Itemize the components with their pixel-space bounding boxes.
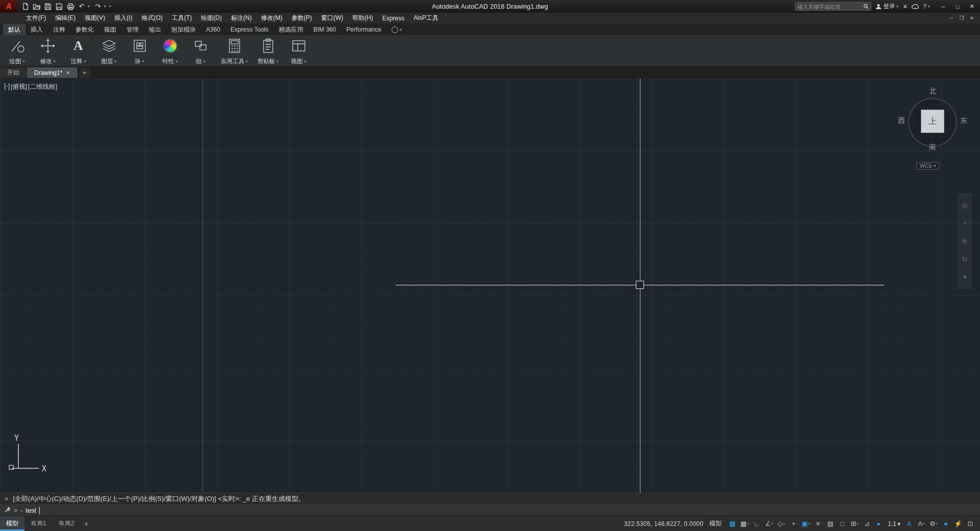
ribbon-tab-manage[interactable]: 管理: [121, 24, 144, 35]
menu-format[interactable]: 格式(O): [137, 13, 167, 24]
ribbon-tab-parametric[interactable]: 参数化: [70, 24, 99, 35]
search-icon[interactable]: [863, 2, 869, 11]
open-folder-icon[interactable]: [32, 2, 42, 12]
ribbon-tab-bim360[interactable]: BIM 360: [308, 24, 342, 35]
menu-edit[interactable]: 编辑(E): [50, 13, 80, 24]
viewcube-south[interactable]: 南: [929, 143, 936, 152]
redo-icon[interactable]: ↷: [93, 2, 103, 12]
ribbon-tab-annotate[interactable]: 注释: [48, 24, 70, 35]
workspace-gear-icon[interactable]: ⚙▾: [928, 518, 939, 530]
navigation-wheel-icon[interactable]: ◎: [962, 201, 967, 209]
ribbon-display-options[interactable]: ▾: [392, 24, 402, 35]
viewport-visual-style-menu[interactable]: [二维线框]: [28, 83, 57, 91]
new-file-icon[interactable]: [20, 2, 31, 12]
dynamic-input-icon[interactable]: ▸: [873, 518, 885, 530]
view-cube[interactable]: 北 南 西 东 上 WCS ▾: [897, 84, 968, 180]
undo-chevron-down-icon[interactable]: ▾: [88, 4, 92, 9]
transparency-icon[interactable]: ▨: [824, 518, 836, 530]
menu-tools[interactable]: 工具(T): [167, 13, 196, 24]
ribbon-panel-view[interactable]: 视图▾: [283, 35, 314, 67]
model-space-viewport[interactable]: [-] [俯视] [二维线框] Y X 北 南 西 东 上 WCS ▾: [0, 78, 980, 493]
selection-cycling-icon[interactable]: □: [837, 518, 848, 530]
command-customize-icon[interactable]: [4, 506, 11, 515]
polar-tracking-icon[interactable]: ∠▾: [763, 518, 775, 530]
file-tab-drawing1[interactable]: Drawing1* ✕: [27, 67, 78, 78]
help-button[interactable]: ? ▾: [923, 3, 930, 10]
undo-icon[interactable]: ↶: [76, 2, 87, 12]
chevron-down-icon[interactable]: ▾: [771, 522, 773, 526]
menu-file[interactable]: 文件(F): [21, 13, 50, 24]
ribbon-tab-performance[interactable]: Performance: [341, 24, 386, 35]
menu-dimension[interactable]: 标注(N): [226, 13, 256, 24]
annotation-visibility-icon[interactable]: A: [904, 518, 915, 530]
communication-center-icon[interactable]: [912, 4, 919, 9]
menu-draw[interactable]: 绘图(D): [196, 13, 226, 24]
app-menu-button[interactable]: A: [0, 0, 17, 13]
menu-insert[interactable]: 插入(I): [110, 13, 137, 24]
wcs-dropdown[interactable]: WCS ▾: [916, 162, 939, 170]
menu-parametric[interactable]: 参数(P): [287, 13, 317, 24]
close-button[interactable]: ✕: [965, 0, 979, 13]
ribbon-panel-annotate[interactable]: A 注释▾: [63, 35, 94, 67]
ribbon-panel-block[interactable]: 块▾: [124, 35, 155, 67]
command-input-line[interactable]: > - test: [0, 505, 980, 516]
child-minimize-button[interactable]: ─: [946, 14, 957, 23]
viewport-view-menu[interactable]: [俯视]: [11, 83, 27, 91]
ribbon-tab-insert[interactable]: 插入: [25, 24, 48, 35]
model-space-toggle[interactable]: 模型: [709, 519, 721, 528]
save-as-icon[interactable]: [54, 2, 64, 12]
redo-chevron-down-icon[interactable]: ▾: [104, 4, 108, 9]
ribbon-panel-draw[interactable]: 绘图▾: [2, 35, 33, 67]
menu-express[interactable]: Express: [378, 13, 409, 24]
grid-toggle-icon[interactable]: ▦: [727, 518, 738, 530]
help-search-box[interactable]: [795, 2, 871, 11]
ribbon-tab-featured-apps[interactable]: 精选应用: [274, 24, 308, 35]
menu-window[interactable]: 窗口(W): [317, 13, 348, 24]
new-layout-button[interactable]: +: [80, 516, 92, 531]
command-input-text[interactable]: test: [25, 507, 36, 514]
save-icon[interactable]: [43, 2, 53, 12]
ribbon-panel-groups[interactable]: 组▾: [186, 35, 216, 67]
ribbon-panel-clipboard[interactable]: 剪贴板▾: [253, 35, 283, 67]
pan-icon[interactable]: +: [963, 219, 967, 227]
isolate-objects-icon[interactable]: ●: [940, 518, 951, 530]
chevron-down-icon[interactable]: ▾: [808, 522, 810, 526]
viewport-controls-menu[interactable]: [-]: [4, 83, 10, 91]
object-snap-icon[interactable]: ▣▾: [800, 518, 811, 530]
signin-button[interactable]: 登录 ▾: [875, 3, 898, 10]
ribbon-tab-output[interactable]: 输出: [144, 24, 166, 35]
child-close-button[interactable]: ✕: [967, 14, 977, 23]
search-input[interactable]: [797, 4, 863, 10]
ribbon-tab-addins[interactable]: 附加模块: [166, 24, 201, 35]
lineweight-icon[interactable]: ≡: [812, 518, 823, 530]
plot-icon[interactable]: [65, 2, 75, 12]
menu-view[interactable]: 视图(V): [80, 13, 110, 24]
graphics-performance-icon[interactable]: ⚡: [952, 518, 964, 530]
viewcube-top-face[interactable]: 上: [921, 110, 944, 133]
isometric-drafting-icon[interactable]: ◇▾: [776, 518, 787, 530]
file-tab-start[interactable]: 开始: [0, 67, 27, 78]
navbar-chevron-down-icon[interactable]: ▾: [963, 273, 967, 281]
ribbon-panel-modify[interactable]: 修改▾: [33, 35, 63, 67]
ribbon-panel-utilities[interactable]: 实用工具▾: [216, 35, 253, 67]
ribbon-panel-properties[interactable]: 特性▾: [155, 35, 186, 67]
chevron-down-icon[interactable]: ▾: [923, 522, 925, 526]
ribbon-tab-a360[interactable]: A360: [201, 24, 225, 35]
viewcube-north[interactable]: 北: [929, 87, 936, 96]
maximize-button[interactable]: □: [950, 0, 965, 13]
annotation-scale-dropdown[interactable]: 1:1 ▾: [886, 520, 902, 527]
layout-tab-layout1[interactable]: 布局1: [24, 516, 53, 531]
snap-toggle-icon[interactable]: ▩▾: [739, 518, 750, 530]
command-close-icon[interactable]: ✕: [4, 496, 9, 502]
navigation-bar[interactable]: ◎ + ⊕ ↻ ▾: [958, 194, 971, 288]
clean-screen-icon[interactable]: ⊡: [965, 518, 976, 530]
3d-object-snap-icon[interactable]: ⊞▾: [849, 518, 860, 530]
orbit-icon[interactable]: ↻: [962, 255, 968, 263]
chevron-down-icon[interactable]: ▾: [783, 522, 785, 526]
tab-close-icon[interactable]: ✕: [66, 70, 70, 75]
minimize-button[interactable]: ─: [936, 0, 950, 13]
menu-aisp-tools[interactable]: AisP工具: [409, 13, 443, 24]
exchange-apps-icon[interactable]: ✕: [902, 3, 908, 10]
menu-help[interactable]: 帮助(H): [348, 13, 378, 24]
ortho-toggle-icon[interactable]: ∟: [751, 518, 762, 530]
